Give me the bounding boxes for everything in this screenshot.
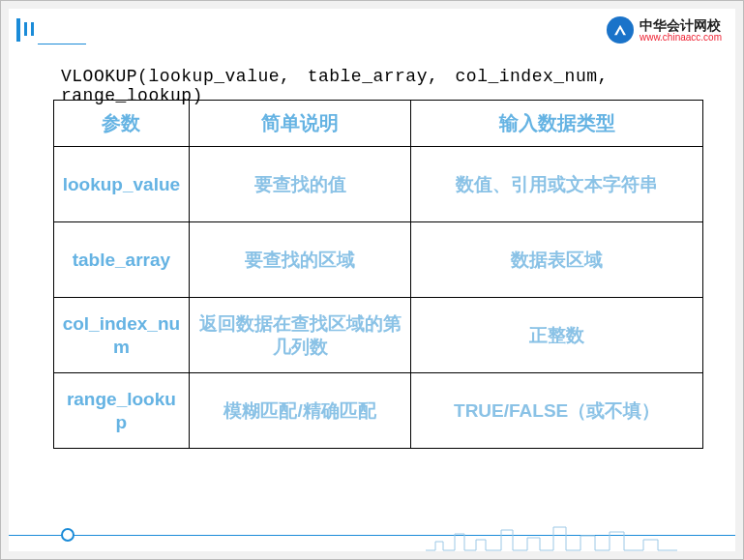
cell-type: 正整数	[411, 298, 703, 373]
cell-param: table_array	[54, 222, 190, 298]
slide: 中华会计网校 www.chinaacc.com VLOOKUP(lookup_v…	[9, 9, 735, 551]
params-table: 参数 简单说明 输入数据类型 lookup_value 要查找的值 数值、引用或…	[53, 100, 703, 449]
table-row: col_index_num 返回数据在查找区域的第几列数 正整数	[54, 298, 703, 373]
logo-mark-icon	[607, 16, 634, 44]
table-row: range_lookup 模糊匹配/精确匹配 TRUE/FALSE（或不填）	[54, 373, 703, 449]
divider	[38, 44, 86, 44]
header-type: 输入数据类型	[411, 101, 703, 147]
brand-name: 中华会计网校	[640, 18, 722, 32]
cell-desc: 模糊匹配/精确匹配	[189, 373, 411, 449]
cell-param: lookup_value	[54, 147, 190, 222]
cell-param: col_index_num	[54, 298, 190, 373]
skyline-icon	[426, 522, 677, 551]
circle-icon	[61, 528, 74, 542]
brand-url: www.chinaacc.com	[640, 32, 722, 43]
cell-type: 数据表区域	[411, 222, 703, 298]
table-row: table_array 要查找的区域 数据表区域	[54, 222, 703, 298]
table-row: lookup_value 要查找的值 数值、引用或文本字符串	[54, 147, 703, 222]
cell-desc: 要查找的区域	[189, 222, 411, 298]
cell-type: 数值、引用或文本字符串	[411, 147, 703, 222]
divider	[9, 535, 735, 536]
cell-desc: 返回数据在查找区域的第几列数	[189, 298, 411, 373]
table-header-row: 参数 简单说明 输入数据类型	[54, 101, 703, 147]
cell-desc: 要查找的值	[189, 147, 411, 222]
cell-param: range_lookup	[54, 373, 190, 449]
footer-decoration	[9, 513, 735, 551]
cell-type: TRUE/FALSE（或不填）	[411, 373, 703, 449]
corner-decoration-icon	[16, 18, 38, 42]
header-desc: 简单说明	[189, 101, 411, 147]
header-param: 参数	[54, 101, 190, 147]
brand-logo: 中华会计网校 www.chinaacc.com	[607, 16, 722, 44]
